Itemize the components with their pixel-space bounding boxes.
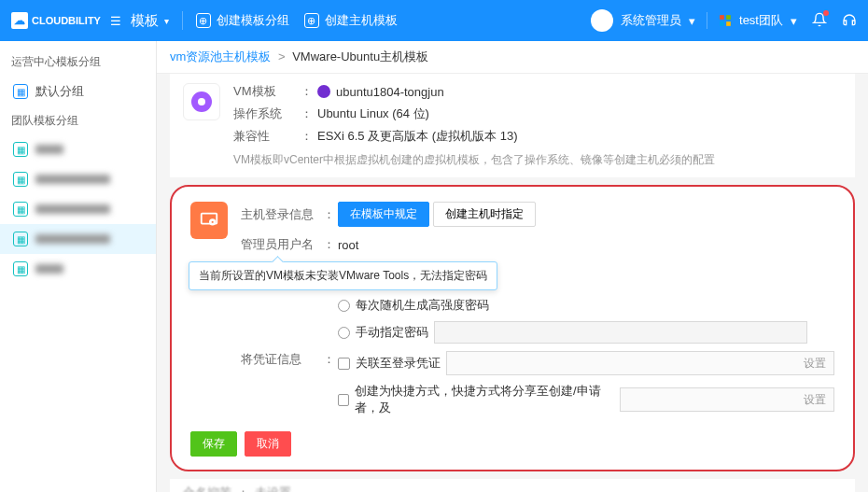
label-login-info: 主机登录信息 xyxy=(241,206,323,223)
value-os: Ubuntu Linux (64 位) xyxy=(317,105,429,122)
radio-random-password[interactable]: 每次随机生成高强度密码 xyxy=(338,297,834,314)
label-os: 操作系统 xyxy=(233,105,301,122)
page-title: 模板 xyxy=(131,12,159,30)
tab-on-create[interactable]: 创建主机时指定 xyxy=(433,202,536,227)
cancel-button[interactable]: 取消 xyxy=(245,431,291,457)
host-login-icon xyxy=(190,202,228,239)
ubuntu-icon xyxy=(317,85,330,98)
set-link[interactable]: 设置 xyxy=(804,392,826,408)
set-link[interactable]: 设置 xyxy=(804,356,826,372)
avatar[interactable] xyxy=(591,9,613,32)
plus-icon: ⊕ xyxy=(304,13,319,28)
label-compat: 兼容性 xyxy=(233,128,301,145)
login-cred-field[interactable]: 设置 xyxy=(446,351,834,375)
folder-icon: ▦ xyxy=(13,84,28,99)
svg-rect-3 xyxy=(726,21,731,26)
svg-rect-0 xyxy=(720,15,724,20)
sidebar-item[interactable]: ▦ xyxy=(0,134,156,164)
sidebar-item-active[interactable]: ▦ xyxy=(0,224,156,254)
radio-icon xyxy=(338,327,350,339)
plus-group-icon: ⊕ xyxy=(196,13,211,28)
action-buttons: 保存 取消 xyxy=(190,431,834,457)
chevron-down-icon[interactable]: ▾ xyxy=(164,16,169,26)
chevron-down-icon[interactable]: ▾ xyxy=(791,14,797,28)
user-area: 系统管理员 ▾ test团队 ▾ xyxy=(591,9,857,32)
checkbox-shortcut[interactable] xyxy=(338,394,349,406)
divider xyxy=(182,11,183,30)
notification-dot xyxy=(823,10,829,16)
manual-password-input[interactable] xyxy=(434,321,807,344)
bell-icon[interactable] xyxy=(812,12,827,30)
value-compat: ESXi 6.5 及更高版本 (虚拟机版本 13) xyxy=(317,128,518,145)
logo[interactable]: ☁ CLOUDBILITY xyxy=(11,12,101,29)
checkbox-link-login[interactable] xyxy=(338,358,350,370)
menu-icon[interactable]: ☰ xyxy=(110,14,121,28)
folder-icon: ▦ xyxy=(13,232,28,246)
label-vm-template: VM模板 xyxy=(233,83,301,100)
folder-icon: ▦ xyxy=(13,142,28,157)
tooltip-vmware-tools: 当前所设置的VM模板未安装VMware Tools，无法指定密码 xyxy=(189,261,497,290)
tab-in-template[interactable]: 在模板中规定 xyxy=(338,202,429,227)
svg-rect-1 xyxy=(726,15,731,20)
sidebar-item-default-group[interactable]: ▦ 默认分组 xyxy=(0,76,156,107)
check-link-login-label: 关联至登录凭证 xyxy=(356,355,441,372)
shortcut-share-field[interactable]: 设置 xyxy=(620,387,834,412)
check-shortcut-label: 创建为快捷方式，快捷方式将分享至创建/申请者，及 xyxy=(355,383,614,416)
headset-icon[interactable] xyxy=(842,13,857,28)
vm-template-icon xyxy=(183,83,220,120)
label-admin-user: 管理员用户名 xyxy=(241,236,323,253)
login-info-panel: 主机登录信息 ： 在模板中规定 创建主机时指定 管理员用户名 ： root 凭证… xyxy=(170,185,855,471)
spec-panel: 合名抑苦 ： 未设置 xyxy=(170,479,855,492)
team-label[interactable]: test团队 xyxy=(739,12,783,29)
radio-manual-password[interactable]: 手动指定密码 xyxy=(338,321,834,344)
sidebar: 运营中心模板分组 ▦ 默认分组 团队模板分组 ▦ ▦ ▦ ▦ ▦ xyxy=(0,41,157,492)
username[interactable]: 系统管理员 xyxy=(621,12,681,29)
vm-info-panel: VM模板 ： ubuntu1804-tongjun 操作系统 ： Ubuntu … xyxy=(170,74,855,177)
vm-hint: VM模板即vCenter中根据虚拟机创建的虚拟机模板，包含了操作系统、镜像等创建… xyxy=(233,152,842,168)
chevron-down-icon[interactable]: ▾ xyxy=(689,14,695,28)
svg-rect-2 xyxy=(720,21,724,26)
breadcrumb: vm资源池主机模板 > VMware-Ubuntu主机模板 xyxy=(157,41,868,74)
top-header: ☁ CLOUDBILITY ☰ 模板 ▾ ⊕ 创建模板分组 ⊕ 创建主机模板 系… xyxy=(0,0,868,41)
create-host-template-button[interactable]: ⊕ 创建主机模板 xyxy=(304,12,398,29)
team-icon xyxy=(719,14,732,27)
sidebar-section-team: 团队模板分组 xyxy=(0,107,156,134)
breadcrumb-current: VMware-Ubuntu主机模板 xyxy=(292,49,428,63)
logo-icon: ☁ xyxy=(11,12,28,29)
folder-icon: ▦ xyxy=(13,202,28,217)
radio-icon xyxy=(338,300,350,312)
main-content: vm资源池主机模板 > VMware-Ubuntu主机模板 VM模板 ： ubu… xyxy=(157,41,868,492)
sidebar-item[interactable]: ▦ xyxy=(0,164,156,194)
save-button[interactable]: 保存 xyxy=(190,431,237,457)
label-bind-cred: 将凭证信息 xyxy=(241,351,323,368)
folder-icon: ▦ xyxy=(13,261,28,276)
sidebar-item[interactable]: ▦ xyxy=(0,194,156,224)
sidebar-section-ops: 运营中心模板分组 xyxy=(0,49,156,76)
sidebar-item[interactable]: ▦ xyxy=(0,254,156,284)
logo-text: CLOUDBILITY xyxy=(32,15,101,26)
value-vm-template: ubuntu1804-tongjun xyxy=(317,83,444,100)
create-template-group-button[interactable]: ⊕ 创建模板分组 xyxy=(196,12,289,29)
folder-icon: ▦ xyxy=(13,172,28,187)
breadcrumb-link[interactable]: vm资源池主机模板 xyxy=(170,49,271,63)
admin-user-value: root xyxy=(338,238,358,252)
